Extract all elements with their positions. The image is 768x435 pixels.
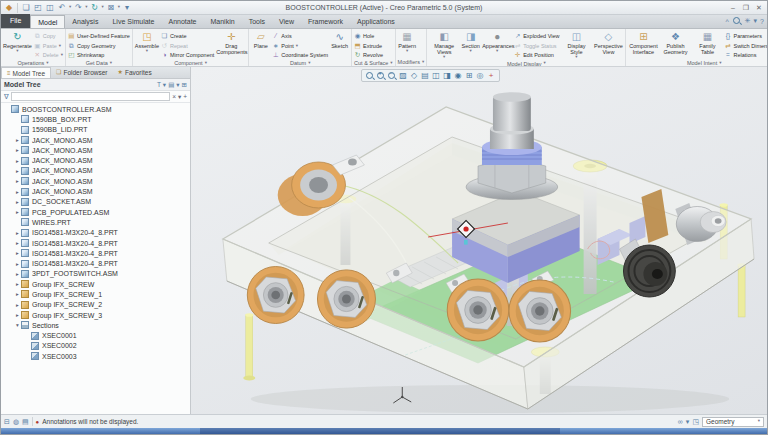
tree-item-jack-mono-asm[interactable]: ▸JACK_MONO.ASM [1, 145, 190, 155]
chevron-down-icon[interactable]: ▾ [85, 5, 87, 10]
select-items-icon[interactable]: ∞ [678, 418, 683, 425]
plane-button[interactable]: ▱Plane [251, 30, 270, 60]
tree-item-xsec0001[interactable]: XSEC0001 [1, 331, 190, 341]
zoom-in-icon[interactable]: + [376, 71, 386, 81]
refit-icon[interactable] [365, 71, 375, 81]
parameters-button[interactable]: {}Parameters [724, 32, 767, 41]
display-style-icon[interactable]: ◫ [431, 71, 441, 81]
switch-dimensions-button[interactable]: ⇄Switch Dimensions [724, 42, 767, 51]
create-button[interactable]: ❏Create [161, 32, 214, 41]
tree-item-3pdt-footswitch-asm[interactable]: ▸3PDT_FOOTSWITCH.ASM [1, 269, 190, 279]
tree-item-jack-mono-asm[interactable]: ▸JACK_MONO.ASM [1, 176, 190, 186]
revolve-button[interactable]: ↻Revolve [354, 51, 383, 60]
tree-item-jack-mono-asm[interactable]: ▸JACK_MONO.ASM [1, 135, 190, 145]
expand-arrow-icon[interactable]: ▸ [14, 199, 21, 205]
point-button[interactable]: ∗Point▾ [272, 42, 328, 51]
section-view-icon[interactable]: ◨ [442, 71, 452, 81]
model-tree-toggle-icon[interactable]: ⊟ [4, 418, 10, 426]
tree-item-1590bb-box-prt[interactable]: 1590BB_BOX.PRT [1, 114, 190, 124]
group-label-modifiers[interactable]: Modifiers▾ [398, 58, 425, 66]
search-icon[interactable] [732, 16, 742, 26]
spin-center-icon[interactable]: + [486, 71, 496, 81]
group-label-component[interactable]: Component▾ [135, 60, 246, 67]
tree-columns-icon[interactable]: ▤ [168, 81, 174, 89]
tree-item-dc-socket-asm[interactable]: ▸DC_SOCKET.ASM [1, 197, 190, 207]
exploded-view-button[interactable]: ↗Exploded View [514, 32, 559, 41]
add-filter-icon[interactable]: + [183, 93, 187, 101]
regenerate-button[interactable]: ↻Regenerate▾ [3, 30, 32, 60]
tab-file[interactable]: File [1, 14, 30, 28]
tab-analysis[interactable]: Analysis [65, 15, 105, 28]
model-box-icon[interactable]: ◳ [692, 418, 699, 426]
tab-framework[interactable]: Framework [301, 15, 350, 28]
user-defined-feature-button[interactable]: ▤User-Defined Feature [68, 32, 130, 41]
tree-item-group-ifx-screw-3[interactable]: ▸Group IFX_SCREW_3 [1, 310, 190, 320]
panel-tab-favorites[interactable]: ★Favorites [113, 67, 157, 78]
selection-filter-select[interactable]: Geometry ▾ [702, 417, 764, 427]
expand-arrow-icon[interactable]: ▸ [14, 178, 21, 184]
paste-button[interactable]: ▣Paste▾ [34, 42, 63, 51]
appearances-button[interactable]: ●Appearances▾ [482, 30, 512, 61]
expand-arrow-icon[interactable]: ▸ [14, 250, 21, 256]
tree-item-group-ifx-screw-1[interactable]: ▸Group IFX_SCREW_1 [1, 289, 190, 299]
expand-arrow-icon[interactable]: ▸ [14, 158, 21, 164]
close-button[interactable]: ✕ [753, 2, 765, 13]
redo-icon[interactable]: ↷ [73, 2, 83, 14]
tree-item-xsec0003[interactable]: XSEC0003 [1, 351, 190, 361]
tree-expand-settings-icon[interactable]: ⊞ [182, 81, 187, 89]
open-file-icon[interactable]: ◰ [33, 2, 43, 14]
collapse-arrow-icon[interactable]: ▾ [14, 322, 21, 328]
tree-filter-input[interactable] [11, 92, 170, 101]
new-file-icon[interactable]: ❏ [21, 2, 31, 14]
graphics-area[interactable]: +−▨◇▤◫◨◉⊞◎+ [191, 67, 767, 414]
help-icon[interactable]: ? [760, 18, 764, 25]
drag-components-button[interactable]: ✛Drag Components [216, 30, 246, 60]
tree-filter-settings-icon[interactable]: T [157, 81, 161, 88]
expand-arrow-icon[interactable]: ▸ [14, 261, 21, 267]
regenerate-quick-icon[interactable]: ↻ [90, 2, 100, 14]
copy-button[interactable]: ⧉Copy [34, 32, 63, 41]
chevron-down-icon[interactable]: ▾ [178, 93, 181, 101]
display-style-button[interactable]: ◫Display Style▾ [561, 30, 591, 61]
app-icon[interactable]: ◆ [4, 2, 14, 14]
message-log-icon[interactable]: ▤ [22, 418, 29, 426]
chevron-down-icon[interactable]: ▾ [102, 5, 104, 10]
edit-position-button[interactable]: ✛Edit Position [514, 51, 559, 60]
datum-display-icon[interactable]: ⊞ [464, 71, 474, 81]
relations-button[interactable]: =Relations [724, 51, 767, 60]
section-button[interactable]: ◨Section▾ [461, 30, 480, 61]
hole-button[interactable]: ◉Hole [354, 32, 383, 41]
customize-toolbar-icon[interactable]: ▾ [122, 2, 132, 14]
annotation-display-icon[interactable]: ◎ [475, 71, 485, 81]
tree-item-iso14581-m3x20-4-8-prt[interactable]: ▸ISO14581-M3X20-4_8.PRT [1, 248, 190, 258]
tree-item-boostcontroller-asm[interactable]: BOOSTCONTROLLER.ASM [1, 104, 190, 114]
undo-icon[interactable]: ↶ [57, 2, 67, 14]
toggle-status-button[interactable]: ⇄Toggle Status [514, 42, 559, 51]
web-browser-toggle-icon[interactable]: ◍ [13, 418, 19, 426]
tree-item-iso14581-m3x20-4-8-prt[interactable]: ▸ISO14581-M3X20-4_8.PRT [1, 228, 190, 238]
panel-tab-model-tree[interactable]: ≡Model Tree [1, 67, 51, 78]
minimize-ribbon-icon[interactable]: ^ [725, 18, 728, 25]
chevron-down-icon[interactable]: ▾ [176, 81, 179, 89]
3d-viewport[interactable] [191, 67, 767, 414]
expand-arrow-icon[interactable]: ▸ [14, 209, 21, 215]
tree-item-group-ifx-screw-2[interactable]: ▸Group IFX_SCREW_2 [1, 300, 190, 310]
expand-arrow-icon[interactable]: ▸ [14, 291, 21, 297]
group-label-cut-surface[interactable]: Cut & Surface▾ [354, 60, 393, 67]
panel-tab-folder-browser[interactable]: ❏Folder Browser [51, 67, 112, 78]
tree-item-group-ifx-screw[interactable]: ▸Group IFX_SCREW [1, 279, 190, 289]
group-label-operations[interactable]: Operations▾ [3, 60, 63, 67]
group-label-model-display[interactable]: Model Display▾ [429, 61, 623, 67]
expand-arrow-icon[interactable]: ▸ [14, 281, 21, 287]
group-label-datum[interactable]: Datum▾ [251, 60, 349, 67]
chevron-down-icon[interactable]: ▾ [754, 17, 758, 25]
pattern-button[interactable]: ▦Pattern▾ [398, 30, 417, 58]
tree-item-1590bb-lid-prt[interactable]: 1590BB_LID.PRT [1, 125, 190, 135]
perspective-view-button[interactable]: ◇Perspective View [593, 30, 623, 61]
mirror-component-button[interactable]: ◑Mirror Component [161, 51, 214, 60]
manage-views-button[interactable]: ◧Manage Views▾ [429, 30, 459, 61]
zoom-out-icon[interactable]: − [387, 71, 397, 81]
expand-arrow-icon[interactable]: ▸ [14, 302, 21, 308]
chevron-down-icon[interactable]: ▾ [69, 5, 71, 10]
sketch-button[interactable]: ∿Sketch [330, 30, 349, 60]
